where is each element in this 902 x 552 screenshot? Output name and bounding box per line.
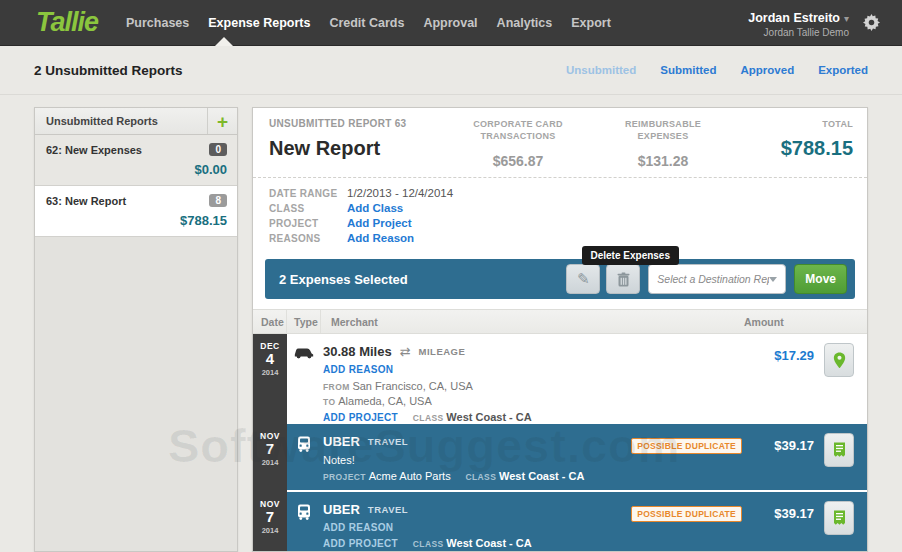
category-tag: TRAVEL — [368, 504, 408, 515]
class-value: West Coast - CA — [446, 537, 531, 549]
receipt-icon — [833, 510, 846, 526]
top-navbar: Tallie Purchases Expense Reports Credit … — [0, 0, 902, 46]
expense-row-uber-1[interactable]: NOV 7 2014 UBER TRAVEL Notes! PROJECT Ac… — [287, 424, 867, 490]
reimbursable-column: REIMBURSABLEEXPENSES $131.28 — [593, 118, 733, 169]
from-label: FROM — [323, 382, 350, 392]
tab-submitted[interactable]: Submitted — [660, 64, 716, 76]
expense-count-badge: 8 — [209, 194, 227, 207]
gear-icon[interactable] — [863, 14, 880, 31]
report-name: 63: New Report — [46, 195, 227, 207]
tallie-logo: Tallie — [36, 7, 98, 38]
report-header: UNSUBMITTED REPORT 63 New Report CORPORA… — [253, 108, 867, 178]
add-reason-link[interactable]: ADD REASON — [323, 364, 393, 375]
chevron-down-icon — [769, 277, 777, 282]
reports-sidebar: Unsubmitted Reports + 62: New Expenses 0… — [34, 107, 238, 552]
nav-item-analytics[interactable]: Analytics — [497, 16, 553, 30]
project-value: Acme Auto Parts — [369, 470, 451, 482]
expense-row-uber-2[interactable]: NOV 7 2014 UBER TRAVEL ADD REASON ADD PR… — [287, 492, 867, 552]
pencil-icon: ✎ — [577, 270, 590, 288]
bus-icon — [287, 424, 321, 490]
move-button[interactable]: Move — [794, 264, 847, 294]
destination-report-select[interactable]: Select a Destination Report — [648, 264, 786, 294]
category-tag: MILEAGE — [419, 346, 466, 357]
receipt-icon — [833, 442, 846, 458]
merchant-name: 30.88 Miles — [323, 344, 392, 359]
total-column: TOTAL $788.15 — [733, 118, 853, 169]
expense-amount: $17.29 — [756, 348, 814, 363]
reimbursable-total: $131.28 — [593, 153, 733, 169]
user-company: Jordan Tallie Demo — [748, 27, 849, 38]
expense-amount: $39.17 — [756, 438, 814, 453]
column-merchant: Merchant — [321, 316, 744, 328]
report-detail-panel: UNSUBMITTED REPORT 63 New Report CORPORA… — [252, 107, 868, 552]
sidebar-title: Unsubmitted Reports — [46, 115, 207, 127]
edit-expenses-button[interactable]: ✎ — [566, 264, 600, 294]
add-project-link[interactable]: Add Project — [347, 217, 412, 229]
sidebar-header: Unsubmitted Reports + — [35, 108, 237, 135]
user-name: Jordan Estreito — [748, 11, 840, 25]
to-label: TO — [323, 397, 335, 407]
class-label: CLASS — [413, 539, 444, 549]
nav-item-export[interactable]: Export — [571, 16, 611, 30]
merchant-name: UBER — [323, 502, 360, 517]
column-date: Date — [253, 310, 287, 333]
trash-icon — [617, 272, 630, 287]
column-type: Type — [287, 310, 321, 333]
possible-duplicate-badge: POSSIBLE DUPLICATE — [631, 438, 742, 454]
class-label: CLASS — [269, 202, 347, 214]
destination-placeholder: Select a Destination Report — [657, 273, 769, 285]
map-pin-icon — [833, 352, 846, 369]
car-icon — [287, 334, 321, 424]
map-button[interactable] — [824, 343, 854, 377]
reasons-label: REASONS — [269, 232, 347, 244]
add-reason-link[interactable]: ADD REASON — [323, 522, 393, 533]
swap-arrows-icon: ⇄ — [400, 344, 411, 359]
to-value: Alameda, CA, USA — [338, 395, 432, 407]
page-header: 2 Unsubmitted Reports Unsubmitted Submit… — [0, 46, 902, 95]
status-tabs: Unsubmitted Submitted Approved Exported — [566, 64, 868, 76]
merchant-name: UBER — [323, 434, 360, 449]
expense-amount: $39.17 — [756, 506, 814, 521]
expense-note: Notes! — [323, 454, 355, 466]
report-amount: $0.00 — [46, 162, 227, 177]
project-label: PROJECT — [269, 217, 347, 229]
report-title: New Report — [269, 137, 443, 160]
report-list-item-63[interactable]: 63: New Report 8 $788.15 — [35, 186, 237, 237]
tab-unsubmitted[interactable]: Unsubmitted — [566, 64, 636, 76]
report-name: 62: New Expenses — [46, 144, 227, 156]
add-class-link[interactable]: Add Class — [347, 202, 403, 214]
corporate-card-total: $656.87 — [443, 153, 593, 169]
nav-item-approval[interactable]: Approval — [423, 16, 477, 30]
report-details: DATE RANGE 1/2/2013 - 12/4/2014 CLASS Ad… — [253, 178, 867, 257]
selection-toolbar: 2 Expenses Selected ✎ Select a Destinati… — [265, 259, 855, 299]
active-nav-notch — [215, 37, 233, 46]
expense-date: NOV 7 2014 — [253, 492, 287, 535]
tab-exported[interactable]: Exported — [818, 64, 868, 76]
nav-item-credit-cards[interactable]: Credit Cards — [329, 16, 404, 30]
class-label: CLASS — [413, 413, 444, 423]
delete-expenses-button[interactable] — [606, 264, 640, 294]
report-total: $788.15 — [733, 137, 853, 160]
add-reason-link[interactable]: Add Reason — [347, 232, 414, 244]
expense-row-mileage[interactable]: DEC 4 2014 30.88 Miles ⇄ MILEAGE ADD REA… — [287, 334, 867, 424]
delete-expenses-tooltip: Delete Expenses — [582, 246, 680, 265]
tab-approved[interactable]: Approved — [740, 64, 794, 76]
plus-icon: + — [217, 112, 228, 131]
add-project-link[interactable]: ADD PROJECT — [323, 538, 398, 549]
add-report-button[interactable]: + — [207, 108, 237, 134]
category-tag: TRAVEL — [368, 436, 408, 447]
chevron-down-icon: ▾ — [844, 13, 849, 24]
user-menu[interactable]: Jordan Estreito▾ Jordan Tallie Demo — [748, 8, 849, 38]
receipt-button[interactable] — [824, 433, 854, 467]
nav-item-purchases[interactable]: Purchases — [126, 16, 189, 30]
project-label: PROJECT — [323, 472, 366, 482]
receipt-button[interactable] — [824, 501, 854, 535]
class-value: West Coast - CA — [499, 470, 584, 482]
report-list-item-62[interactable]: 62: New Expenses 0 $0.00 — [35, 135, 237, 186]
expense-date: DEC 4 2014 — [253, 334, 287, 377]
class-label: CLASS — [465, 472, 496, 482]
add-project-link[interactable]: ADD PROJECT — [323, 412, 398, 423]
expense-list: DEC 4 2014 30.88 Miles ⇄ MILEAGE ADD REA… — [253, 334, 867, 552]
bus-icon — [287, 492, 321, 552]
nav-item-expense-reports[interactable]: Expense Reports — [208, 16, 310, 30]
